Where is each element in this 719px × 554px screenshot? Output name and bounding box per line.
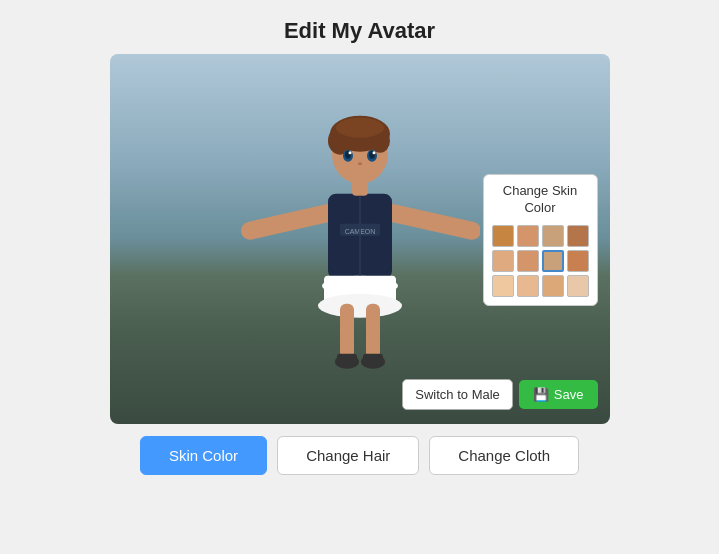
skin-color-swatch[interactable] xyxy=(567,250,589,272)
skin-color-swatch[interactable] xyxy=(517,225,539,247)
skin-color-swatch[interactable] xyxy=(492,275,514,297)
canvas-bottom-controls: Switch to Male 💾 Save xyxy=(402,379,597,410)
tab-skin-color[interactable]: Skin Color xyxy=(140,436,267,475)
svg-rect-22 xyxy=(366,304,380,359)
svg-rect-25 xyxy=(337,354,357,364)
skin-color-swatch[interactable] xyxy=(542,275,564,297)
tab-change-hair[interactable]: Change Hair xyxy=(277,436,419,475)
svg-point-7 xyxy=(318,294,402,318)
save-label: Save xyxy=(554,387,584,402)
switch-to-male-button[interactable]: Switch to Male xyxy=(402,379,513,410)
page-title: Edit My Avatar xyxy=(284,18,435,44)
skin-color-swatch[interactable] xyxy=(567,225,589,247)
svg-point-20 xyxy=(358,162,362,165)
skin-color-swatch[interactable] xyxy=(492,225,514,247)
skin-color-panel: Change Skin Color xyxy=(483,174,598,306)
svg-rect-21 xyxy=(340,304,354,359)
skin-color-swatch[interactable] xyxy=(492,250,514,272)
skin-color-swatch[interactable] xyxy=(567,275,589,297)
svg-point-13 xyxy=(336,118,384,138)
skin-panel-title: Change Skin Color xyxy=(492,183,589,217)
avatar-canvas: CAMEON xyxy=(110,54,610,424)
bottom-tab-bar: Skin Color Change Hair Change Cloth xyxy=(140,436,579,475)
save-icon: 💾 xyxy=(533,387,549,402)
skin-color-swatch[interactable] xyxy=(542,250,564,272)
tab-change-cloth[interactable]: Change Cloth xyxy=(429,436,579,475)
skin-color-swatch[interactable] xyxy=(542,225,564,247)
svg-point-19 xyxy=(372,151,375,154)
save-button[interactable]: 💾 Save xyxy=(519,380,598,409)
skin-color-swatch[interactable] xyxy=(517,250,539,272)
svg-rect-26 xyxy=(363,354,383,364)
color-grid xyxy=(492,225,589,297)
skin-color-swatch[interactable] xyxy=(517,275,539,297)
svg-point-18 xyxy=(348,151,351,154)
avatar-figure: CAMEON xyxy=(240,76,480,390)
